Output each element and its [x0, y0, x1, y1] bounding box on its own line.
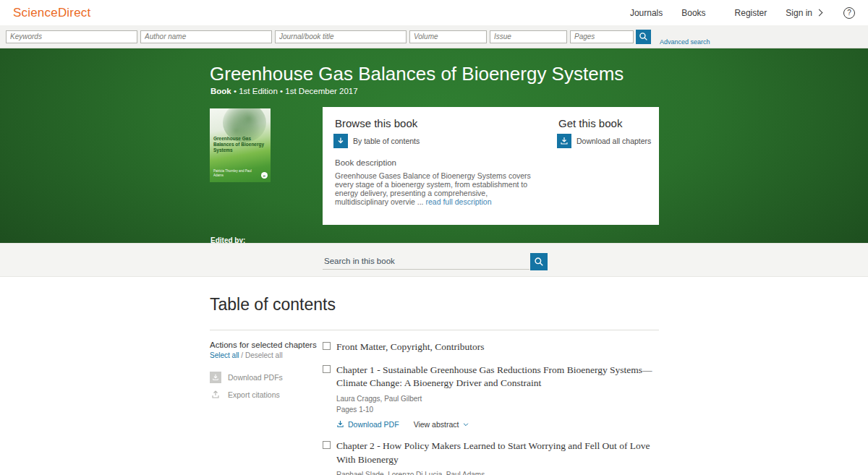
export-citations-icon [210, 389, 221, 401]
export-citations-label: Export citations [228, 390, 280, 399]
toc-row-chapter-1: Chapter 1 - Sustainable Greenhouse Gas R… [323, 364, 660, 429]
search-in-book-input[interactable] [323, 253, 529, 270]
nav-books[interactable]: Books [681, 8, 705, 18]
cover-authors: Patricia Thornley and Paul Adams [213, 169, 257, 178]
quick-search-bar: Advanced search [0, 25, 868, 48]
journal-book-title-input[interactable] [275, 30, 407, 43]
sign-in-label: Sign in [786, 8, 812, 18]
book-info-card: Browse this book By table of contents Ge… [323, 107, 659, 225]
search-icon [639, 32, 648, 41]
chapter-title[interactable]: Chapter 1 - Sustainable Greenhouse Gas R… [336, 364, 660, 390]
chapter-actions-panel: Actions for selected chapters Select all… [210, 341, 318, 401]
publisher-logo-icon: e [261, 172, 268, 179]
book-description-text: Greenhouse Gases Balance of Bioenergy Sy… [335, 171, 536, 206]
book-meta-edition: • 1st Edition • 1st December 2017 [234, 87, 358, 95]
deselect-all-link[interactable]: Deselect all [245, 351, 283, 359]
top-header: ScienceDirect Journals Books Register Si… [0, 0, 868, 25]
chapter-pages: Pages 1-10 [336, 404, 660, 415]
download-pdfs-icon [210, 372, 221, 383]
advanced-search-link[interactable]: Advanced search [660, 38, 710, 46]
view-abstract-link[interactable]: View abstract [414, 420, 470, 429]
export-citations-button[interactable]: Export citations [210, 389, 318, 401]
chapter-title[interactable]: Chapter 2 - How Policy Makers Learned to… [336, 440, 660, 466]
nav-sign-in[interactable]: Sign in [786, 8, 822, 18]
by-table-of-contents-link[interactable]: By table of contents [333, 134, 420, 148]
read-full-description-link[interactable]: read full description [425, 197, 491, 206]
get-this-book-heading: Get this book [558, 117, 622, 129]
search-button[interactable] [636, 30, 651, 44]
separator: / [241, 351, 243, 359]
sciencedirect-logo[interactable]: ScienceDirect [13, 6, 90, 20]
issue-input[interactable] [490, 30, 567, 43]
view-abstract-label: View abstract [414, 420, 459, 429]
download-icon [557, 134, 571, 148]
chevron-down-icon [462, 421, 469, 428]
divider [210, 330, 659, 330]
help-icon[interactable]: ? [843, 7, 855, 19]
by-table-of-contents-label: By table of contents [353, 137, 420, 145]
chevron-right-icon [816, 9, 823, 17]
chapter-meta: Laura Craggs, Paul Gilbert Pages 1-10 [336, 393, 660, 415]
book-cover[interactable]: Greenhouse Gas Balances of Bioenergy Sys… [210, 108, 271, 182]
cover-title: Greenhouse Gas Balances of Bioenergy Sys… [213, 136, 265, 153]
search-icon [534, 257, 544, 267]
book-description-heading: Book description [335, 158, 396, 167]
chapter-authors: Laura Craggs, Paul Gilbert [336, 393, 660, 404]
book-meta: Book • 1st Edition • 1st December 2017 [210, 87, 358, 95]
chapter-title[interactable]: Front Matter, Copyright, Contributors [336, 341, 660, 354]
download-all-chapters-link[interactable]: Download all chapters [557, 134, 651, 148]
chapter-checkbox[interactable] [323, 441, 331, 449]
nav-journals[interactable]: Journals [630, 8, 663, 18]
table-of-contents-icon [333, 134, 348, 148]
toc-list: Front Matter, Copyright, Contributors Ch… [323, 341, 660, 475]
select-all-link[interactable]: Select all [210, 351, 239, 359]
chapter-checkbox[interactable] [323, 342, 331, 350]
top-nav: Journals Books Register Sign in ? [630, 7, 855, 19]
toc-row-front-matter: Front Matter, Copyright, Contributors [323, 341, 660, 354]
chapter-actions: Download PDF View abstract [336, 420, 660, 429]
search-in-book-button[interactable] [530, 253, 548, 270]
download-pdf-link[interactable]: Download PDF [336, 420, 399, 429]
toc-row-chapter-2: Chapter 2 - How Policy Makers Learned to… [323, 440, 660, 475]
download-all-chapters-label: Download all chapters [576, 137, 651, 145]
nav-register[interactable]: Register [735, 8, 767, 18]
author-name-input[interactable] [140, 30, 272, 43]
book-search-band [0, 243, 868, 277]
keywords-input[interactable] [6, 30, 137, 43]
download-pdfs-label: Download PDFs [228, 373, 283, 382]
download-pdf-label: Download PDF [348, 420, 399, 429]
actions-heading: Actions for selected chapters [210, 341, 318, 349]
chapter-checkbox[interactable] [323, 365, 331, 373]
download-pdfs-button[interactable]: Download PDFs [210, 372, 318, 383]
browse-this-book-heading: Browse this book [335, 117, 417, 129]
book-title: Greenhouse Gas Balances of Bioenergy Sys… [210, 63, 624, 85]
select-controls: Select all / Deselect all [210, 351, 318, 359]
table-of-contents-heading: Table of contents [210, 295, 336, 314]
download-icon [336, 420, 344, 428]
chapter-meta: Raphael Slade, Lorenzo Di Lucia, Paul Ad… [336, 469, 660, 475]
chapter-authors: Raphael Slade, Lorenzo Di Lucia, Paul Ad… [336, 469, 660, 475]
volume-input[interactable] [409, 30, 487, 43]
book-meta-type: Book [210, 87, 231, 95]
pages-input[interactable] [570, 30, 634, 43]
book-hero: Greenhouse Gas Balances of Bioenergy Sys… [0, 48, 868, 243]
